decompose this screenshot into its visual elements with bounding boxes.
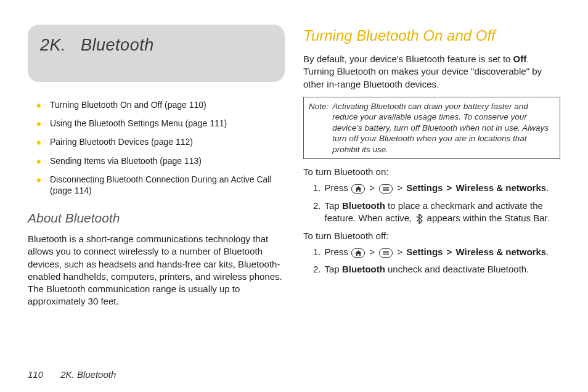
diamond-bullet-icon: ◆ (36, 157, 41, 165)
step-text: Press (325, 182, 351, 193)
wireless-label: Wireless & networks (456, 182, 547, 193)
toc-text: Using the Bluetooth Settings Menu (page … (50, 118, 227, 129)
step-number: 2. (313, 200, 321, 212)
chapter-title: 2K. Bluetooth (40, 36, 272, 55)
page-footer: 110 2K. Bluetooth (28, 369, 116, 380)
table-of-contents: ◆ Turning Bluetooth On and Off (page 110… (36, 99, 285, 196)
toc-text: Turning Bluetooth On and Off (page 110) (50, 99, 206, 110)
greater-than-icon: > (397, 182, 402, 193)
bluetooth-label: Bluetooth (342, 200, 385, 211)
turn-on-heading: To turn Bluetooth on: (303, 166, 560, 177)
turn-off-heading: To turn Bluetooth off: (303, 231, 560, 241)
svg-rect-2 (383, 190, 389, 190)
diamond-bullet-icon: ◆ (36, 120, 41, 128)
menu-key-icon (379, 248, 393, 258)
diamond-bullet-icon: ◆ (36, 176, 41, 184)
about-body: Bluetooth is a short-range communication… (28, 233, 285, 308)
step-text: Press (325, 247, 351, 257)
bluetooth-icon (414, 214, 424, 224)
note-body: Activating Bluetooth can drain your batt… (332, 101, 555, 155)
step-item: 1. Press > > Settings > Wireless & netwo… (313, 246, 560, 258)
svg-rect-3 (383, 251, 389, 251)
toc-text: Disconnecting Bluetooth Connection Durin… (50, 174, 285, 196)
toc-item: ◆ Sending Items via Bluetooth (page 113) (36, 155, 285, 166)
menu-key-icon (379, 184, 393, 194)
right-column: Turning Bluetooth On and Off By default,… (303, 25, 560, 314)
step-item: 1. Press > > Settings > Wireless & netwo… (313, 182, 560, 194)
turn-on-steps: 1. Press > > Settings > Wireless & netwo… (313, 182, 560, 224)
note-label: Note: (309, 101, 329, 155)
chapter-name: Bluetooth (81, 36, 154, 54)
step-text: Tap (325, 200, 342, 211)
step-item: 2. Tap Bluetooth uncheck and deactivate … (313, 263, 560, 276)
diamond-bullet-icon: ◆ (36, 138, 41, 146)
period: . (546, 247, 549, 257)
svg-rect-4 (383, 253, 389, 253)
home-key-icon (351, 184, 365, 194)
turning-intro: By default, your device's Bluetooth feat… (303, 53, 560, 91)
page-content: 2K. Bluetooth ◆ Turning Bluetooth On and… (0, 0, 588, 314)
toc-item: ◆ Turning Bluetooth On and Off (page 110… (36, 99, 285, 110)
footer-section: 2K. Bluetooth (60, 369, 116, 380)
step-content: Press > > Settings > Wireless & networks… (325, 182, 560, 194)
step-number: 2. (313, 263, 321, 276)
chapter-badge: 2K. Bluetooth (28, 25, 285, 82)
settings-label: Settings (406, 247, 443, 257)
toc-item: ◆ Disconnecting Bluetooth Connection Dur… (36, 174, 285, 196)
settings-label: Settings (406, 182, 443, 193)
toc-text: Pairing Bluetooth Devices (page 112) (50, 136, 193, 147)
toc-text: Sending Items via Bluetooth (page 113) (50, 155, 202, 166)
intro-pre: By default, your device's Bluetooth feat… (303, 54, 513, 64)
step-text: Tap (325, 264, 342, 274)
greater-than-icon: > (447, 182, 452, 193)
step-text: uncheck and deactivate Bluetooth. (385, 264, 529, 274)
step-content: Press > > Settings > Wireless & networks… (325, 246, 560, 258)
step-text: appears within the Status Bar. (427, 213, 550, 223)
diamond-bullet-icon: ◆ (36, 101, 41, 109)
period: . (546, 182, 549, 193)
chapter-number: 2K. (40, 36, 66, 54)
step-item: 2. Tap Bluetooth to place a checkmark an… (313, 200, 560, 225)
page-number: 110 (28, 369, 43, 380)
home-key-icon (351, 248, 365, 258)
step-number: 1. (313, 246, 321, 258)
greater-than-icon: > (397, 247, 402, 257)
greater-than-icon: > (369, 182, 375, 193)
svg-rect-1 (383, 189, 389, 189)
intro-bold: Off (513, 54, 527, 64)
svg-rect-5 (383, 254, 389, 255)
note-box: Note: Activating Bluetooth can drain you… (303, 97, 560, 160)
bluetooth-label: Bluetooth (342, 264, 385, 274)
wireless-label: Wireless & networks (456, 247, 547, 257)
left-column: 2K. Bluetooth ◆ Turning Bluetooth On and… (28, 25, 285, 314)
turning-heading: Turning Bluetooth On and Off (303, 27, 560, 44)
step-content: Tap Bluetooth uncheck and deactivate Blu… (325, 263, 560, 276)
toc-item: ◆ Pairing Bluetooth Devices (page 112) (36, 136, 285, 147)
step-number: 1. (313, 182, 321, 194)
step-content: Tap Bluetooth to place a checkmark and a… (325, 200, 560, 225)
svg-rect-0 (383, 187, 389, 188)
greater-than-icon: > (447, 247, 452, 257)
toc-item: ◆ Using the Bluetooth Settings Menu (pag… (36, 118, 285, 129)
greater-than-icon: > (369, 247, 375, 257)
about-heading: About Bluetooth (28, 211, 285, 226)
turn-off-steps: 1. Press > > Settings > Wireless & netwo… (313, 246, 560, 276)
